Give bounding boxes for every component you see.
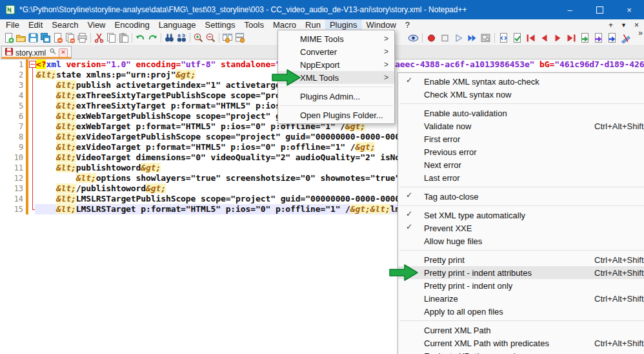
menu-settings[interactable]: Settings xyxy=(201,19,240,30)
close-all-icon[interactable] xyxy=(64,32,76,44)
menu-item-allow-huge-files[interactable]: Allow huge files xyxy=(398,234,644,247)
replace-icon[interactable]: ab xyxy=(176,32,188,44)
export-green-icon[interactable] xyxy=(578,32,592,44)
menu-item-label: First error xyxy=(424,134,460,144)
maximize-icon xyxy=(596,6,603,14)
menu-item-pretty-print[interactable]: Pretty printCtrl+Alt+Shift+ xyxy=(398,253,644,266)
line-number: 9 xyxy=(0,142,23,152)
line-number: 10 xyxy=(0,152,23,163)
menu-item-shortcut: Ctrl+Alt+Shift+ xyxy=(594,294,644,304)
pin-icon[interactable] xyxy=(49,48,57,57)
tab-list-dropdown-icon[interactable]: ▼ xyxy=(621,22,627,28)
menu-item-first-error[interactable]: First error xyxy=(398,132,644,145)
menu-item-prevent-xxe[interactable]: ✓Prevent XXE xyxy=(398,222,644,234)
menu-item-apply-to-all-open-files[interactable]: Apply to all open files xyxy=(398,305,644,318)
toolbar-separator xyxy=(422,33,423,43)
menu-search[interactable]: Search xyxy=(47,19,83,30)
next-error-icon[interactable] xyxy=(551,32,565,44)
new-file-icon[interactable] xyxy=(3,32,15,44)
menu-item-last-error[interactable]: Last error xyxy=(398,171,644,184)
export-purple-icon[interactable] xyxy=(592,32,605,44)
checkmark-icon: ✓ xyxy=(406,76,412,85)
menu-?[interactable]: ? xyxy=(401,19,414,30)
close-icon[interactable] xyxy=(52,32,64,44)
menu-item-tag-auto-close[interactable]: ✓Tag auto-close xyxy=(398,190,644,203)
menu-run[interactable]: Run xyxy=(301,19,325,30)
stop-recording-icon[interactable] xyxy=(438,32,452,44)
menu-plugins[interactable]: Plugins xyxy=(325,19,362,30)
copy-icon[interactable] xyxy=(105,32,117,44)
save-macro-icon[interactable] xyxy=(479,32,492,44)
find-icon[interactable] xyxy=(163,32,176,44)
first-error-icon[interactable] xyxy=(524,32,538,44)
export-blue-icon[interactable] xyxy=(605,32,619,44)
menu-item-open-plugins-folder[interactable]: Open Plugins Folder... xyxy=(278,109,394,121)
maximize-button[interactable] xyxy=(585,0,614,19)
menu-file[interactable]: File xyxy=(1,19,24,30)
menu-item-converter[interactable]: Converter> xyxy=(278,45,394,58)
fold-guide-line xyxy=(32,68,33,209)
menu-item-plugins-admin[interactable]: Plugins Admin... xyxy=(278,90,394,103)
menu-item-shortcut: Ctrl+Alt+Shift+ xyxy=(594,121,644,131)
xml-validate-icon[interactable] xyxy=(510,32,524,44)
toolbar-separator xyxy=(494,33,495,43)
zoom-in-icon[interactable] xyxy=(192,32,205,44)
menu-item-previous-error[interactable]: Previous error xyxy=(398,145,644,158)
menu-item-pretty-print-indent-attributes[interactable]: Pretty print - indent attributesCtrl+Alt… xyxy=(398,266,644,279)
menu-item-label: Last error xyxy=(424,173,460,183)
menu-item-enable-auto-validation[interactable]: Enable auto-validation xyxy=(398,107,644,120)
undo-icon[interactable] xyxy=(134,32,146,44)
menu-item-label: Next error xyxy=(424,160,461,170)
record-macro-icon[interactable] xyxy=(425,32,438,44)
toolbar-right-group xyxy=(407,32,632,44)
prev-error-icon[interactable] xyxy=(538,32,551,44)
menu-view[interactable]: View xyxy=(83,19,110,30)
save-all-icon[interactable] xyxy=(39,32,52,44)
menu-item-linearize[interactable]: LinearizeCtrl+Alt+Shift+ xyxy=(398,292,644,305)
menu-item-enable-xml-syntax-auto-check[interactable]: ✓Enable XML syntax auto-check xyxy=(398,75,644,88)
paste-icon[interactable] xyxy=(117,32,130,44)
toolbar-overflow-icon[interactable]: » xyxy=(638,28,642,37)
menu-language[interactable]: Language xyxy=(154,19,201,30)
save-icon[interactable] xyxy=(27,32,39,44)
new-tab-plus-icon[interactable]: + xyxy=(609,21,613,30)
last-error-icon[interactable] xyxy=(565,32,578,44)
menu-item-label: MIME Tools xyxy=(300,34,344,44)
close-button[interactable]: × xyxy=(614,0,644,19)
xml-syntax-check-icon[interactable] xyxy=(497,32,510,44)
menu-item-mime-tools[interactable]: MIME Tools> xyxy=(278,32,394,45)
menu-item-validate-now[interactable]: Validate nowCtrl+Alt+Shift+ xyxy=(398,120,644,132)
open-file-icon[interactable] xyxy=(15,32,27,44)
menu-item-pretty-print-indent-only[interactable]: Pretty print - indent only xyxy=(398,279,644,292)
menu-item-next-error[interactable]: Next error xyxy=(398,158,644,171)
menu-item-check-xml-syntax-now[interactable]: Check XML syntax now xyxy=(398,88,644,101)
menu-edit[interactable]: Edit xyxy=(24,19,47,30)
fold-collapse-icon[interactable] xyxy=(29,61,36,68)
menu-item-current-xml-path[interactable]: Current XML Path xyxy=(398,324,644,337)
run-macro-multiple-icon[interactable] xyxy=(465,32,479,44)
strike-ruler-icon[interactable] xyxy=(619,32,632,44)
tab-story-xml[interactable]: story.xml ✕ xyxy=(1,46,72,59)
sync-horizontal-icon[interactable] xyxy=(234,32,246,44)
menu-tools[interactable]: Tools xyxy=(240,19,268,30)
menu-item-current-xml-path-with-predicates[interactable]: Current XML Path with predicatesCtrl+Alt… xyxy=(398,337,644,349)
notepad-plus-plus-window: *G:\Python\Storyline\storyline-analyse\d… xyxy=(0,0,644,354)
tab-close-icon[interactable]: ✕ xyxy=(59,48,68,57)
zoom-out-icon[interactable] xyxy=(205,32,217,44)
monitoring-eye-icon[interactable] xyxy=(407,32,420,44)
code-line: &lt;exThreeSixtyTargetPublishScope scope… xyxy=(36,90,285,101)
sync-vertical-icon[interactable] xyxy=(221,32,234,44)
submenu-arrow-icon: > xyxy=(384,34,388,43)
menu-macro[interactable]: Macro xyxy=(268,19,301,30)
menu-item-set-xml-type-automatically[interactable]: ✓Set XML type automatically xyxy=(398,209,644,222)
cut-icon[interactable] xyxy=(93,32,105,44)
print-icon[interactable] xyxy=(76,32,88,44)
menubar-items: FileEditSearchViewEncodingLanguageSettin… xyxy=(1,19,414,30)
menu-window[interactable]: Window xyxy=(362,19,401,30)
menu-item-evaluate-xpath-expression[interactable]: Evaluate XPath expression... xyxy=(398,349,644,354)
menu-encoding[interactable]: Encoding xyxy=(110,19,154,30)
minimize-button[interactable]: – xyxy=(555,0,585,19)
menu-separator xyxy=(399,250,644,251)
playback-macro-icon[interactable] xyxy=(452,32,465,44)
redo-icon[interactable] xyxy=(146,32,159,44)
